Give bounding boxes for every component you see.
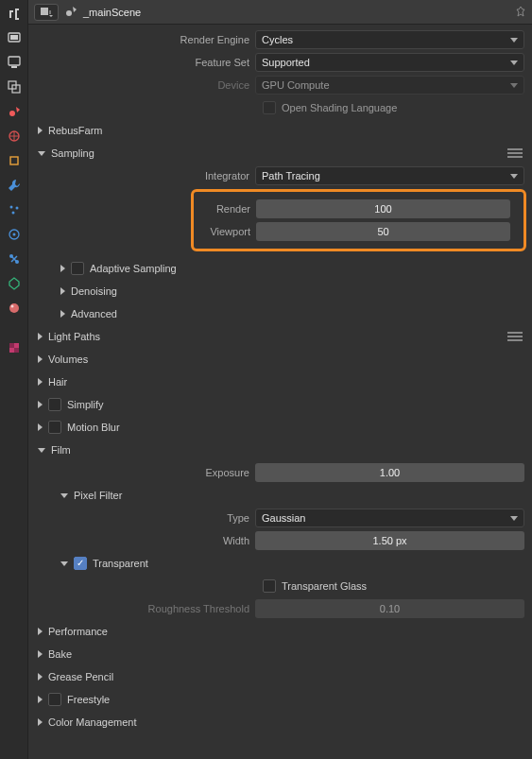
constraint-tab-icon[interactable]	[7, 251, 22, 267]
svg-rect-19	[9, 343, 14, 348]
osl-label: Open Shading Language	[282, 102, 397, 113]
editor-type-dropdown[interactable]	[34, 4, 59, 21]
svg-point-6	[9, 111, 15, 116]
scene-tab-icon[interactable]	[7, 104, 22, 119]
device-label: Device	[28, 79, 255, 91]
svg-point-14	[9, 254, 13, 258]
transparent-checkbox[interactable]	[74, 557, 87, 570]
texture-tab-icon[interactable]	[7, 340, 22, 355]
motionblur-checkbox[interactable]	[48, 421, 61, 434]
svg-rect-8	[10, 157, 18, 164]
filter-type-dropdown[interactable]: Gaussian	[255, 509, 524, 527]
tool-icon[interactable]	[7, 6, 22, 21]
exposure-label: Exposure	[28, 467, 255, 478]
svg-point-22	[66, 10, 72, 16]
material-tab-icon[interactable]	[7, 301, 22, 316]
modifier-tab-icon[interactable]	[7, 178, 22, 193]
svg-point-15	[15, 260, 19, 264]
device-dropdown: GPU Compute	[255, 76, 524, 95]
freestyle-header[interactable]: Freestyle	[28, 688, 532, 711]
render-engine-label: Render Engine	[28, 34, 255, 45]
render-samples-label: Render	[199, 203, 256, 215]
vertical-tab-bar	[0, 0, 28, 759]
osl-checkbox[interactable]	[263, 101, 276, 114]
grease-header[interactable]: Grease Pencil	[28, 665, 532, 688]
viewport-samples-label: Viewport	[199, 226, 256, 237]
header-bar: _mainScene	[28, 0, 532, 25]
svg-rect-20	[14, 348, 19, 353]
transparent-header[interactable]: Transparent	[28, 552, 532, 575]
svg-rect-2	[9, 57, 20, 65]
pin-icon[interactable]	[515, 6, 526, 19]
simplify-checkbox[interactable]	[48, 398, 61, 411]
svg-point-10	[15, 207, 18, 210]
integrator-dropdown[interactable]: Path Tracing	[255, 166, 524, 185]
performance-header[interactable]: Performance	[28, 620, 532, 643]
motionblur-header[interactable]: Motion Blur	[28, 416, 532, 439]
colormgmt-header[interactable]: Color Management	[28, 711, 532, 733]
adaptive-sampling-header[interactable]: Adaptive Sampling	[28, 257, 532, 280]
roughness-threshold-field[interactable]: 0.10	[255, 599, 524, 618]
svg-point-16	[9, 303, 19, 313]
simplify-header[interactable]: Simplify	[28, 393, 532, 416]
scene-icon	[64, 5, 77, 20]
svg-point-11	[11, 212, 14, 215]
volumes-header[interactable]: Volumes	[28, 348, 532, 371]
feature-set-dropdown[interactable]: Supported	[255, 53, 524, 72]
sampling-section-header[interactable]: Sampling	[28, 142, 532, 164]
filter-type-label: Type	[28, 512, 255, 524]
presets-icon[interactable]	[507, 148, 523, 158]
feature-set-label: Feature Set	[28, 57, 255, 68]
viewlayer-tab-icon[interactable]	[7, 79, 22, 95]
transparent-glass-checkbox[interactable]	[263, 579, 276, 593]
presets-icon[interactable]	[507, 332, 523, 341]
data-tab-icon[interactable]	[7, 276, 22, 291]
svg-point-17	[10, 305, 13, 308]
bake-header[interactable]: Bake	[28, 643, 532, 665]
hair-header[interactable]: Hair	[28, 371, 532, 393]
adaptive-sampling-checkbox[interactable]	[71, 262, 84, 275]
world-tab-icon[interactable]	[7, 129, 22, 144]
advanced-header[interactable]: Advanced	[28, 302, 532, 325]
render-samples-field[interactable]: 100	[256, 199, 510, 218]
integrator-label: Integrator	[28, 170, 255, 181]
film-header[interactable]: Film	[28, 439, 532, 461]
particle-tab-icon[interactable]	[7, 202, 22, 217]
render-tab-icon[interactable]	[7, 30, 22, 45]
filter-width-field[interactable]: 1.50 px	[255, 531, 524, 550]
exposure-field[interactable]: 1.00	[255, 463, 524, 482]
filter-width-label: Width	[28, 535, 255, 546]
svg-rect-1	[10, 35, 18, 40]
output-tab-icon[interactable]	[7, 55, 22, 70]
svg-rect-21	[41, 8, 48, 15]
properties-body: Render EngineCycles Feature SetSupported…	[28, 25, 532, 759]
svg-point-13	[12, 233, 15, 236]
freestyle-checkbox[interactable]	[48, 693, 61, 706]
rebusfarm-section-header[interactable]: RebusFarm	[28, 119, 532, 142]
svg-rect-3	[11, 66, 17, 68]
transparent-glass-label: Transparent Glass	[282, 580, 367, 592]
roughness-threshold-label: Roughness Threshold	[28, 603, 255, 614]
scene-name[interactable]: _mainScene	[83, 7, 141, 18]
svg-point-9	[9, 206, 12, 209]
lightpaths-header[interactable]: Light Paths	[28, 325, 532, 348]
pixelfilter-header[interactable]: Pixel Filter	[28, 484, 532, 507]
denoising-header[interactable]: Denoising	[28, 280, 532, 302]
physics-tab-icon[interactable]	[7, 227, 22, 242]
object-tab-icon[interactable]	[7, 153, 22, 168]
viewport-samples-field[interactable]: 50	[256, 222, 510, 241]
samples-highlight-box: Render100 Viewport50	[191, 189, 526, 251]
render-engine-dropdown[interactable]: Cycles	[255, 30, 524, 49]
